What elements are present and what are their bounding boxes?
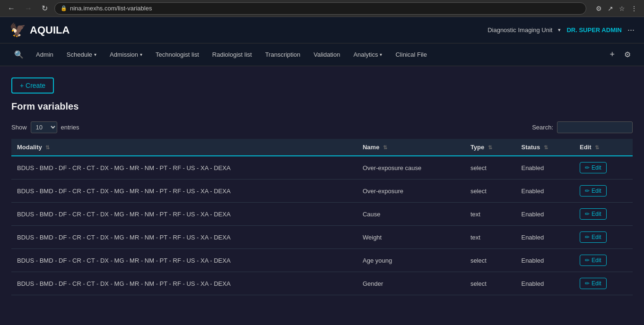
edit-pencil-icon: ✏ — [585, 164, 590, 171]
nav-item-admission[interactable]: Admission ▾ — [104, 43, 148, 66]
cell-modality: BDUS - BMD - DF - CR - CT - DX - MG - MR… — [11, 203, 357, 226]
cell-name: Cause — [357, 203, 465, 226]
reload-button[interactable]: ↻ — [39, 2, 51, 15]
edit-pencil-icon: ✏ — [585, 280, 590, 287]
forward-button[interactable]: → — [22, 2, 35, 15]
facility-name: Diagnostic Imaging Unit — [487, 26, 552, 34]
search-control: Search: — [532, 121, 633, 133]
col-modality[interactable]: Modality ⇅ — [11, 139, 357, 156]
header-right: Diagnostic Imaging Unit ▾ DR. SUPER ADMI… — [487, 25, 635, 35]
col-name[interactable]: Name ⇅ — [357, 139, 465, 156]
cell-edit: ✏ Edit — [574, 272, 633, 295]
cell-type: select — [465, 156, 516, 180]
nav-bar: 🔍 Admin Schedule ▾ Admission ▾ Technolog… — [0, 43, 644, 66]
type-sort-icon: ⇅ — [488, 145, 492, 150]
share-button[interactable]: ↗ — [606, 3, 615, 14]
app-header: 🦅 AQUILA Diagnostic Imaging Unit ▾ DR. S… — [0, 17, 644, 43]
user-menu-button[interactable]: ··· — [627, 25, 635, 35]
edit-sort-icon: ⇅ — [595, 145, 599, 150]
browser-actions: ⚙ ↗ ☆ ⋮ — [594, 3, 639, 14]
nav-search-icon[interactable]: 🔍 — [9, 50, 28, 59]
nav-item-schedule[interactable]: Schedule ▾ — [61, 43, 102, 66]
show-entries-control: Show 10 25 50 100 entries — [11, 121, 79, 133]
col-edit[interactable]: Edit ⇅ — [574, 139, 633, 156]
table-header-row: Modality ⇅ Name ⇅ Type ⇅ Status ⇅ Edit — [11, 139, 633, 156]
nav-item-clinical-file[interactable]: Clinical File — [390, 43, 432, 66]
analytics-caret-icon: ▾ — [380, 52, 382, 57]
search-label: Search: — [532, 124, 553, 131]
cell-modality: BDUS - BMD - DF - CR - CT - DX - MG - MR… — [11, 226, 357, 249]
cell-edit: ✏ Edit — [574, 156, 633, 180]
cell-status: Enabled — [515, 180, 574, 203]
address-bar[interactable]: 🔒 nina.imexhs.com/list-variables — [54, 2, 586, 15]
search-input[interactable] — [557, 121, 633, 133]
nav-item-technologist-list[interactable]: Technologist list — [150, 43, 205, 66]
cell-type: text — [465, 226, 516, 249]
cell-status: Enabled — [515, 226, 574, 249]
nav-item-analytics[interactable]: Analytics ▾ — [348, 43, 388, 66]
nav-item-validation[interactable]: Validation — [308, 43, 346, 66]
create-button[interactable]: + Create — [11, 77, 54, 94]
cell-name: Over-exposure — [357, 180, 465, 203]
facility-dropdown-icon[interactable]: ▾ — [558, 27, 561, 33]
cell-edit: ✏ Edit — [574, 249, 633, 272]
nav-item-radiologist-list[interactable]: Radiologist list — [207, 43, 258, 66]
lock-icon: 🔒 — [61, 5, 67, 11]
nav-item-transcription[interactable]: Transcription — [260, 43, 306, 66]
col-status[interactable]: Status ⇅ — [515, 139, 574, 156]
page-title: Form variables — [11, 101, 633, 112]
nav-gear-icon[interactable]: ⚙ — [620, 50, 635, 59]
edit-button[interactable]: ✏ Edit — [580, 278, 607, 289]
logo: 🦅 AQUILA — [9, 22, 70, 38]
cell-modality: BDUS - BMD - DF - CR - CT - DX - MG - MR… — [11, 180, 357, 203]
entries-select[interactable]: 10 25 50 100 — [31, 121, 57, 133]
user-name: DR. SUPER ADMIN — [566, 26, 622, 34]
table-row: BDUS - BMD - DF - CR - CT - DX - MG - MR… — [11, 226, 633, 249]
edit-pencil-icon: ✏ — [585, 234, 590, 240]
main-content: + Create Form variables Show 10 25 50 10… — [0, 66, 644, 325]
extensions-button[interactable]: ⚙ — [594, 3, 604, 14]
cell-modality: BDUS - BMD - DF - CR - CT - DX - MG - MR… — [11, 156, 357, 180]
nav-plus-button[interactable]: + — [606, 50, 618, 60]
cell-name: Age young — [357, 249, 465, 272]
schedule-caret-icon: ▾ — [94, 52, 96, 57]
name-sort-icon: ⇅ — [383, 145, 387, 150]
cell-type: select — [465, 180, 516, 203]
edit-button[interactable]: ✏ Edit — [580, 185, 607, 197]
edit-button[interactable]: ✏ Edit — [580, 208, 607, 220]
logo-text: AQUILA — [30, 24, 70, 36]
data-table: Modality ⇅ Name ⇅ Type ⇅ Status ⇅ Edit — [11, 139, 633, 295]
logo-icon: 🦅 — [9, 22, 26, 38]
bookmark-button[interactable]: ☆ — [617, 3, 627, 14]
table-row: BDUS - BMD - DF - CR - CT - DX - MG - MR… — [11, 180, 633, 203]
cell-name: Weight — [357, 226, 465, 249]
show-label: Show — [11, 124, 27, 131]
entries-label: entries — [61, 124, 79, 131]
nav-item-admin[interactable]: Admin — [30, 43, 59, 66]
modality-sort-icon: ⇅ — [45, 145, 50, 150]
cell-status: Enabled — [515, 272, 574, 295]
edit-pencil-icon: ✏ — [585, 211, 590, 217]
table-row: BDUS - BMD - DF - CR - CT - DX - MG - MR… — [11, 272, 633, 295]
edit-button[interactable]: ✏ Edit — [580, 231, 607, 243]
back-button[interactable]: ← — [5, 2, 18, 15]
cell-modality: BDUS - BMD - DF - CR - CT - DX - MG - MR… — [11, 272, 357, 295]
table-row: BDUS - BMD - DF - CR - CT - DX - MG - MR… — [11, 249, 633, 272]
cell-edit: ✏ Edit — [574, 203, 633, 226]
edit-button[interactable]: ✏ Edit — [580, 255, 607, 266]
cell-name: Gender — [357, 272, 465, 295]
edit-button[interactable]: ✏ Edit — [580, 162, 607, 173]
more-button[interactable]: ⋮ — [629, 3, 639, 14]
cell-edit: ✏ Edit — [574, 226, 633, 249]
cell-status: Enabled — [515, 156, 574, 180]
table-row: BDUS - BMD - DF - CR - CT - DX - MG - MR… — [11, 156, 633, 180]
cell-type: select — [465, 249, 516, 272]
cell-name: Over-exposure cause — [357, 156, 465, 180]
table-row: BDUS - BMD - DF - CR - CT - DX - MG - MR… — [11, 203, 633, 226]
url-text: nina.imexhs.com/list-variables — [70, 5, 152, 12]
admission-caret-icon: ▾ — [140, 52, 142, 57]
col-type[interactable]: Type ⇅ — [465, 139, 516, 156]
cell-type: text — [465, 203, 516, 226]
cell-edit: ✏ Edit — [574, 180, 633, 203]
cell-status: Enabled — [515, 203, 574, 226]
